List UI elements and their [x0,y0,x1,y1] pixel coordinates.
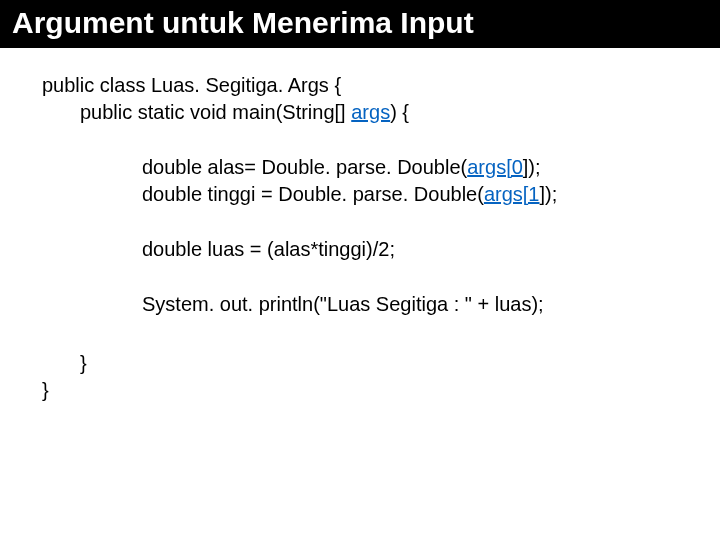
code-text: ) { [390,101,409,123]
slide-title: Argument untuk Menerima Input [12,6,474,39]
code-text: double tinggi = Double. parse. Double( [142,183,484,205]
code-link: args[0 [467,156,523,178]
code-text: double luas = (alas*tinggi)/2; [142,238,395,260]
code-text: public static void main(String[] [80,101,351,123]
code-line: } [42,377,690,404]
code-text: System. out. println("Luas Segitiga : " … [142,293,544,315]
code-link: args[1 [484,183,540,205]
code-text: public class Luas. Segitiga. Args { [42,74,341,96]
code-line: System. out. println("Luas Segitiga : " … [42,291,690,318]
code-line: public static void main(String[] args) { [42,99,690,126]
code-text: } [80,352,87,374]
slide-title-bar: Argument untuk Menerima Input [0,0,720,48]
code-block: public class Luas. Segitiga. Args { publ… [0,48,720,404]
code-text: double alas= Double. parse. Double( [142,156,467,178]
code-link: args [351,101,390,123]
code-text: } [42,379,49,401]
code-line: public class Luas. Segitiga. Args { [42,72,690,99]
code-line: double luas = (alas*tinggi)/2; [42,236,690,263]
code-line: } [42,350,690,377]
code-line: double tinggi = Double. parse. Double(ar… [42,181,690,208]
code-text: ]); [540,183,558,205]
code-line: double alas= Double. parse. Double(args[… [42,154,690,181]
code-text: ]); [523,156,541,178]
